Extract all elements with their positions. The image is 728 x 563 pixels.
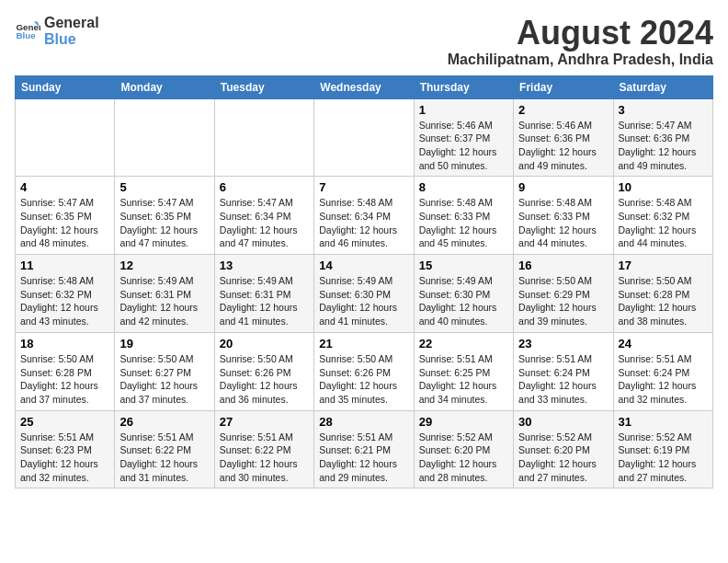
day-number: 4 bbox=[20, 180, 109, 194]
day-details: Sunrise: 5:49 AM Sunset: 6:30 PM Dayligh… bbox=[319, 274, 408, 328]
day-number: 3 bbox=[619, 103, 708, 117]
day-cell-9: 9Sunrise: 5:48 AM Sunset: 6:33 PM Daylig… bbox=[514, 177, 613, 255]
day-number: 21 bbox=[319, 337, 408, 350]
empty-cell bbox=[16, 98, 115, 177]
col-header-monday: Monday bbox=[115, 75, 214, 98]
logo-line2: Blue bbox=[44, 31, 99, 48]
day-cell-11: 11Sunrise: 5:48 AM Sunset: 6:32 PM Dayli… bbox=[16, 255, 115, 333]
day-number: 2 bbox=[518, 103, 608, 117]
day-number: 19 bbox=[119, 337, 209, 350]
calendar-table: SundayMondayTuesdayWednesdayThursdayFrid… bbox=[15, 75, 713, 489]
empty-cell bbox=[115, 98, 214, 177]
day-cell-10: 10Sunrise: 5:48 AM Sunset: 6:32 PM Dayli… bbox=[613, 177, 712, 255]
day-number: 13 bbox=[220, 259, 309, 272]
day-cell-25: 25Sunrise: 5:51 AM Sunset: 6:23 PM Dayli… bbox=[16, 410, 115, 488]
calendar-week-5: 25Sunrise: 5:51 AM Sunset: 6:23 PM Dayli… bbox=[16, 410, 713, 488]
title-block: August 2024 Machilipatnam, Andhra Prades… bbox=[448, 15, 713, 68]
day-cell-31: 31Sunrise: 5:52 AM Sunset: 6:19 PM Dayli… bbox=[613, 410, 712, 488]
day-number: 5 bbox=[119, 180, 209, 194]
day-number: 23 bbox=[518, 337, 608, 350]
day-number: 16 bbox=[518, 259, 608, 272]
day-details: Sunrise: 5:51 AM Sunset: 6:22 PM Dayligh… bbox=[220, 431, 309, 485]
day-cell-4: 4Sunrise: 5:47 AM Sunset: 6:35 PM Daylig… bbox=[16, 177, 115, 255]
day-cell-26: 26Sunrise: 5:51 AM Sunset: 6:22 PM Dayli… bbox=[115, 410, 214, 488]
day-cell-13: 13Sunrise: 5:49 AM Sunset: 6:31 PM Dayli… bbox=[214, 255, 313, 333]
day-cell-7: 7Sunrise: 5:48 AM Sunset: 6:34 PM Daylig… bbox=[314, 177, 414, 255]
day-number: 24 bbox=[619, 337, 708, 350]
day-cell-30: 30Sunrise: 5:52 AM Sunset: 6:20 PM Dayli… bbox=[514, 410, 613, 488]
col-header-saturday: Saturday bbox=[613, 75, 712, 98]
col-header-friday: Friday bbox=[514, 75, 613, 98]
day-number: 27 bbox=[220, 415, 309, 429]
day-cell-12: 12Sunrise: 5:49 AM Sunset: 6:31 PM Dayli… bbox=[115, 255, 214, 333]
day-cell-8: 8Sunrise: 5:48 AM Sunset: 6:33 PM Daylig… bbox=[414, 177, 513, 255]
day-details: Sunrise: 5:48 AM Sunset: 6:34 PM Dayligh… bbox=[319, 196, 408, 250]
day-details: Sunrise: 5:48 AM Sunset: 6:32 PM Dayligh… bbox=[20, 274, 109, 328]
calendar-week-4: 18Sunrise: 5:50 AM Sunset: 6:28 PM Dayli… bbox=[16, 332, 713, 410]
day-number: 15 bbox=[419, 259, 508, 272]
day-details: Sunrise: 5:47 AM Sunset: 6:35 PM Dayligh… bbox=[20, 196, 109, 250]
empty-cell bbox=[214, 98, 313, 177]
day-number: 29 bbox=[419, 415, 508, 429]
col-header-sunday: Sunday bbox=[16, 75, 115, 98]
col-header-tuesday: Tuesday bbox=[214, 75, 313, 98]
day-cell-22: 22Sunrise: 5:51 AM Sunset: 6:25 PM Dayli… bbox=[414, 332, 513, 410]
empty-cell bbox=[314, 98, 414, 177]
day-details: Sunrise: 5:50 AM Sunset: 6:28 PM Dayligh… bbox=[619, 274, 708, 328]
logo-line1: General bbox=[44, 15, 99, 31]
day-cell-21: 21Sunrise: 5:50 AM Sunset: 6:26 PM Dayli… bbox=[314, 332, 414, 410]
day-cell-1: 1Sunrise: 5:46 AM Sunset: 6:37 PM Daylig… bbox=[414, 98, 513, 177]
day-details: Sunrise: 5:48 AM Sunset: 6:33 PM Dayligh… bbox=[419, 196, 508, 250]
day-number: 10 bbox=[619, 180, 708, 194]
day-number: 25 bbox=[20, 415, 109, 429]
month-year-title: August 2024 bbox=[448, 15, 713, 52]
day-details: Sunrise: 5:47 AM Sunset: 6:36 PM Dayligh… bbox=[619, 119, 708, 173]
day-cell-29: 29Sunrise: 5:52 AM Sunset: 6:20 PM Dayli… bbox=[414, 410, 513, 488]
day-details: Sunrise: 5:51 AM Sunset: 6:23 PM Dayligh… bbox=[20, 431, 109, 485]
day-cell-20: 20Sunrise: 5:50 AM Sunset: 6:26 PM Dayli… bbox=[214, 332, 313, 410]
day-number: 20 bbox=[220, 337, 309, 350]
day-details: Sunrise: 5:52 AM Sunset: 6:19 PM Dayligh… bbox=[619, 431, 708, 485]
day-details: Sunrise: 5:50 AM Sunset: 6:28 PM Dayligh… bbox=[20, 352, 109, 407]
day-number: 12 bbox=[119, 259, 209, 272]
day-details: Sunrise: 5:51 AM Sunset: 6:21 PM Dayligh… bbox=[319, 431, 408, 485]
logo: General Blue General Blue bbox=[15, 15, 99, 47]
day-cell-3: 3Sunrise: 5:47 AM Sunset: 6:36 PM Daylig… bbox=[613, 98, 712, 177]
day-cell-17: 17Sunrise: 5:50 AM Sunset: 6:28 PM Dayli… bbox=[613, 255, 712, 333]
day-number: 18 bbox=[20, 337, 109, 350]
day-number: 28 bbox=[319, 415, 408, 429]
svg-text:Blue: Blue bbox=[16, 30, 36, 40]
col-header-wednesday: Wednesday bbox=[314, 75, 414, 98]
day-cell-16: 16Sunrise: 5:50 AM Sunset: 6:29 PM Dayli… bbox=[514, 255, 613, 333]
page-header: General Blue General Blue August 2024 Ma… bbox=[15, 15, 713, 68]
day-details: Sunrise: 5:49 AM Sunset: 6:30 PM Dayligh… bbox=[419, 274, 508, 328]
day-details: Sunrise: 5:50 AM Sunset: 6:27 PM Dayligh… bbox=[119, 352, 209, 407]
calendar-week-2: 4Sunrise: 5:47 AM Sunset: 6:35 PM Daylig… bbox=[16, 177, 713, 255]
day-number: 11 bbox=[20, 259, 109, 272]
day-details: Sunrise: 5:47 AM Sunset: 6:35 PM Dayligh… bbox=[119, 196, 209, 250]
day-details: Sunrise: 5:49 AM Sunset: 6:31 PM Dayligh… bbox=[119, 274, 209, 328]
day-details: Sunrise: 5:51 AM Sunset: 6:22 PM Dayligh… bbox=[119, 431, 209, 485]
day-details: Sunrise: 5:51 AM Sunset: 6:24 PM Dayligh… bbox=[518, 352, 608, 407]
logo-icon: General Blue bbox=[15, 18, 40, 44]
day-details: Sunrise: 5:48 AM Sunset: 6:32 PM Dayligh… bbox=[619, 196, 708, 250]
day-details: Sunrise: 5:49 AM Sunset: 6:31 PM Dayligh… bbox=[220, 274, 309, 328]
day-details: Sunrise: 5:46 AM Sunset: 6:36 PM Dayligh… bbox=[518, 119, 608, 173]
day-details: Sunrise: 5:52 AM Sunset: 6:20 PM Dayligh… bbox=[518, 431, 608, 485]
day-details: Sunrise: 5:50 AM Sunset: 6:26 PM Dayligh… bbox=[319, 352, 408, 407]
col-header-thursday: Thursday bbox=[414, 75, 513, 98]
day-cell-14: 14Sunrise: 5:49 AM Sunset: 6:30 PM Dayli… bbox=[314, 255, 414, 333]
day-details: Sunrise: 5:51 AM Sunset: 6:24 PM Dayligh… bbox=[619, 352, 708, 407]
day-cell-2: 2Sunrise: 5:46 AM Sunset: 6:36 PM Daylig… bbox=[514, 98, 613, 177]
day-cell-23: 23Sunrise: 5:51 AM Sunset: 6:24 PM Dayli… bbox=[514, 332, 613, 410]
day-cell-15: 15Sunrise: 5:49 AM Sunset: 6:30 PM Dayli… bbox=[414, 255, 513, 333]
calendar-week-1: 1Sunrise: 5:46 AM Sunset: 6:37 PM Daylig… bbox=[16, 98, 713, 177]
calendar-week-3: 11Sunrise: 5:48 AM Sunset: 6:32 PM Dayli… bbox=[16, 255, 713, 333]
day-cell-5: 5Sunrise: 5:47 AM Sunset: 6:35 PM Daylig… bbox=[115, 177, 214, 255]
day-cell-28: 28Sunrise: 5:51 AM Sunset: 6:21 PM Dayli… bbox=[314, 410, 414, 488]
day-number: 26 bbox=[119, 415, 209, 429]
day-number: 17 bbox=[619, 259, 708, 272]
day-cell-19: 19Sunrise: 5:50 AM Sunset: 6:27 PM Dayli… bbox=[115, 332, 214, 410]
day-number: 14 bbox=[319, 259, 408, 272]
day-details: Sunrise: 5:48 AM Sunset: 6:33 PM Dayligh… bbox=[518, 196, 608, 250]
